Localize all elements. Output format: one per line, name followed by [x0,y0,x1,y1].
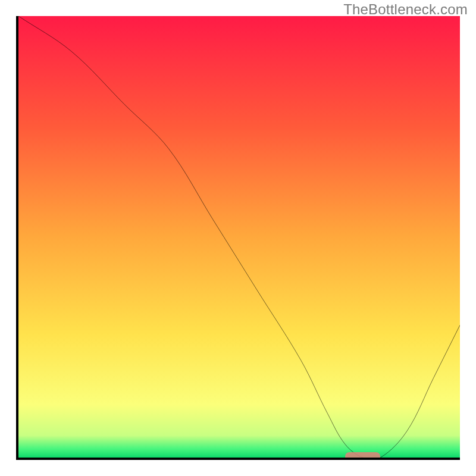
chart-plot-area [16,16,460,460]
optimum-marker [345,452,380,460]
watermark-text: TheBottleneck.com [343,1,468,18]
chart-curve [18,16,460,458]
